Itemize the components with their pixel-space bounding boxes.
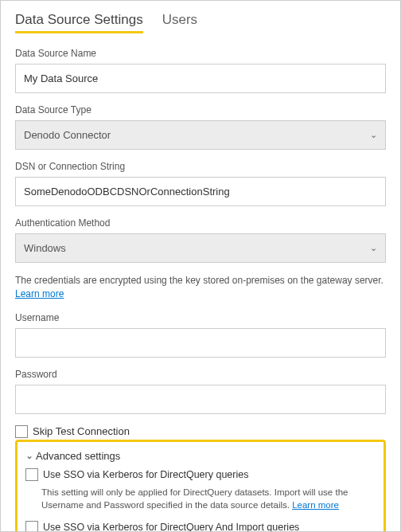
sso-dq-label: Use SSO via Kerberos for DirectQuery que…	[43, 469, 248, 480]
label-auth-method: Authentication Method	[15, 217, 386, 229]
sso-dq-import-label: Use SSO via Kerberos for DirectQuery And…	[43, 522, 299, 532]
advanced-settings-box: ⌄ Advanced settings Use SSO via Kerberos…	[15, 440, 386, 532]
label-data-source-name: Data Source Name	[15, 48, 386, 59]
learn-more-link[interactable]: Learn more	[292, 500, 339, 510]
label-dsn: DSN or Connection String	[15, 161, 386, 172]
label-data-source-type: Data Source Type	[15, 104, 386, 115]
label-username: Username	[15, 312, 386, 323]
advanced-expander[interactable]: ⌄ Advanced settings	[25, 450, 376, 462]
encryption-info: The credentials are encrypted using the …	[15, 274, 386, 301]
chevron-down-icon: ⌄	[370, 130, 377, 140]
data-source-type-value: Denodo Connector	[24, 129, 111, 141]
advanced-label: Advanced settings	[36, 450, 120, 462]
skip-test-row: Skip Test Connection	[15, 425, 386, 438]
sso-dq-row: Use SSO via Kerberos for DirectQuery que…	[25, 468, 376, 481]
dsn-input[interactable]	[15, 177, 386, 206]
data-source-type-select[interactable]: Denodo Connector ⌄	[15, 120, 386, 150]
password-input[interactable]	[15, 385, 386, 414]
sso-dq-import-checkbox[interactable]	[25, 521, 38, 532]
label-password: Password	[15, 369, 386, 380]
username-input[interactable]	[15, 328, 386, 358]
skip-test-checkbox[interactable]	[15, 425, 28, 438]
tab-bar: Data Source Settings Users	[15, 12, 386, 33]
settings-panel: Data Source Settings Users Data Source N…	[0, 0, 401, 532]
encryption-info-text: The credentials are encrypted using the …	[15, 275, 383, 286]
sso-dq-import-row: Use SSO via Kerberos for DirectQuery And…	[25, 521, 376, 532]
chevron-down-icon: ⌄	[370, 243, 377, 253]
tab-users[interactable]: Users	[162, 12, 197, 33]
auth-method-value: Windows	[24, 242, 66, 254]
learn-more-link[interactable]: Learn more	[15, 288, 64, 299]
sso-dq-checkbox[interactable]	[25, 468, 38, 481]
auth-method-select[interactable]: Windows ⌄	[15, 233, 386, 263]
data-source-name-input[interactable]	[15, 64, 386, 93]
sso-dq-desc: This setting will only be applied for Di…	[41, 486, 376, 511]
chevron-down-icon: ⌄	[25, 450, 33, 461]
skip-test-label: Skip Test Connection	[33, 425, 130, 437]
tab-data-source-settings[interactable]: Data Source Settings	[15, 12, 143, 33]
